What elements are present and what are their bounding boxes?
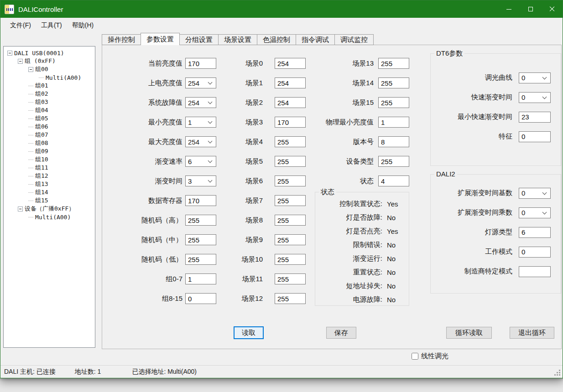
minimize-button[interactable]	[498, 0, 520, 18]
linear-dimming-checkbox[interactable]: 线性调光	[412, 352, 448, 361]
tree-expander-icon[interactable]	[28, 67, 33, 72]
tab[interactable]: 色温控制	[257, 34, 296, 45]
resize-grip[interactable]	[555, 370, 561, 377]
tree-connector	[28, 119, 33, 119]
field-input[interactable]	[275, 195, 306, 206]
field-input[interactable]	[275, 273, 306, 284]
field-label: 场景14	[298, 79, 374, 88]
field-input[interactable]	[275, 254, 306, 265]
tree-item[interactable]: 组14	[4, 188, 95, 196]
statusbar-selected-address: 已选择地址: Multi(A00)	[132, 368, 197, 376]
status-label: 电源故障:	[315, 295, 382, 304]
dt6-groupbox: DT6参数 调光曲线 0 快速渐变时间	[430, 53, 561, 166]
tree-item-label: 组01	[35, 82, 48, 90]
field-input[interactable]	[378, 175, 409, 186]
save-button[interactable]: 保存	[326, 327, 356, 339]
tree-item[interactable]: DALI USB(0001)	[4, 49, 95, 57]
tree-item[interactable]: 组13	[4, 180, 95, 188]
loop-read-button[interactable]: 循环读取	[446, 327, 492, 339]
tree-item[interactable]: 组04	[4, 106, 95, 114]
tree-expander-icon[interactable]	[18, 206, 23, 211]
field-combobox[interactable]: 0	[519, 188, 551, 199]
tree-item[interactable]: 组00	[4, 65, 95, 73]
field-row: 场景13	[298, 58, 409, 69]
scene-column-1: 场景0 场景1 场景2 场景3	[212, 58, 306, 304]
tree-item[interactable]: 组06	[4, 123, 95, 131]
status-row: 电源故障: No	[315, 293, 409, 306]
field-input[interactable]	[378, 156, 409, 167]
field-input[interactable]	[378, 58, 409, 69]
tree-item[interactable]: 组03	[4, 98, 95, 106]
field-label: 工作模式	[435, 248, 512, 256]
tree-connector	[28, 94, 33, 94]
tree-item[interactable]: 组11	[4, 164, 95, 172]
field-label: 场景12	[212, 294, 263, 303]
tree-item[interactable]: 组 (0xFF)	[4, 57, 95, 65]
tree-connector	[28, 110, 33, 111]
tree-connector	[28, 86, 33, 86]
tab[interactable]: 调试监控	[334, 34, 374, 45]
tree-item-label: 设备（广播0xFF）	[25, 205, 74, 213]
tree-item-label: DALI USB(0001)	[14, 50, 64, 57]
field-input[interactable]	[275, 293, 306, 304]
field-row: 随机码（高）	[111, 215, 216, 226]
tree-item[interactable]: 组09	[4, 147, 95, 155]
app-window: DALIController 文件(F) 工具(T) 帮助(H) DALI US…	[0, 0, 563, 378]
field-input[interactable]	[519, 112, 551, 123]
field-input[interactable]	[275, 234, 306, 245]
chevron-down-icon	[542, 190, 547, 195]
tree-item[interactable]: Multi(A00)	[4, 213, 95, 221]
tab[interactable]: 参数设置	[141, 33, 180, 45]
statusbar-host: DALI 主机: 已连接	[4, 368, 56, 376]
tree-item[interactable]: 组08	[4, 139, 95, 147]
checkbox-input[interactable]	[412, 353, 418, 360]
tree-connector	[28, 192, 33, 193]
field-combobox[interactable]: 0	[519, 207, 551, 218]
title-bar: DALIController	[0, 0, 563, 18]
tree-item[interactable]: 组01	[4, 82, 95, 90]
field-input[interactable]	[519, 247, 551, 258]
tab[interactable]: 指令调试	[296, 34, 335, 45]
field-label: 随机码（中）	[111, 236, 182, 244]
field-combobox[interactable]: 0	[519, 92, 551, 103]
field-input[interactable]	[275, 215, 306, 226]
field-combobox[interactable]: 0	[519, 72, 551, 83]
menu-item[interactable]: 工具(T)	[36, 19, 67, 32]
tab[interactable]: 分组设置	[179, 34, 219, 45]
maximize-button[interactable]	[520, 0, 541, 18]
tree-expander-icon[interactable]	[7, 51, 12, 56]
tree-expander-icon[interactable]	[18, 59, 23, 64]
tree-item[interactable]: 设备（广播0xFF）	[4, 205, 95, 213]
close-button[interactable]	[541, 0, 563, 18]
field-input[interactable]	[519, 131, 551, 142]
tab[interactable]: 操作控制	[102, 34, 141, 45]
field-label: 场景13	[298, 59, 374, 68]
field-input[interactable]	[378, 77, 409, 88]
field-input[interactable]	[378, 97, 409, 108]
status-groupbox: 状态 控制装置状态: Yes 灯是否故障: No 灯是否点亮:	[315, 192, 409, 306]
field-input[interactable]	[378, 136, 409, 147]
tree-item[interactable]: 组02	[4, 90, 95, 98]
tree-item[interactable]: 组10	[4, 155, 95, 164]
tree-item[interactable]: 组15	[4, 196, 95, 205]
field-row: 场景1	[212, 77, 306, 88]
menu-item[interactable]: 文件(F)	[5, 19, 36, 32]
status-row: 渐变运行: No	[315, 252, 409, 265]
read-button[interactable]: 读取	[234, 326, 264, 339]
field-input[interactable]	[519, 266, 551, 277]
tree-item[interactable]: 组05	[4, 114, 95, 123]
tab-label: 场景设置	[224, 36, 251, 44]
field-label: 场景0	[212, 59, 263, 68]
field-input[interactable]	[378, 117, 409, 128]
status-value: No	[387, 214, 396, 222]
menu-item[interactable]: 帮助(H)	[67, 19, 99, 32]
field-input[interactable]	[519, 227, 551, 238]
tab-label: 分组设置	[185, 36, 213, 44]
exit-loop-button[interactable]: 退出循环	[510, 327, 554, 339]
field-row: 场景8	[212, 215, 306, 226]
tree-item[interactable]: 组07	[4, 131, 95, 139]
tree-item[interactable]: Multi(A00)	[4, 73, 95, 82]
field-label: 场景5	[212, 157, 263, 166]
tab[interactable]: 场景设置	[218, 34, 257, 45]
tree-item[interactable]: 组12	[4, 172, 95, 180]
